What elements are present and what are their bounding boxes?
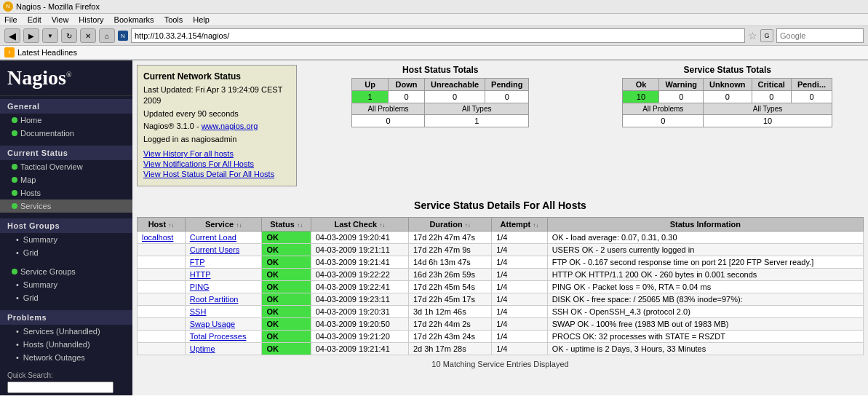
menu-arrow[interactable]: ▼ xyxy=(42,28,58,43)
menu-help[interactable]: Help xyxy=(193,15,210,24)
stop-button[interactable]: ✕ xyxy=(80,28,96,43)
sidebar-item-hosts-unhandled[interactable]: • Hosts (Unhandled) xyxy=(0,338,132,351)
col-info[interactable]: Status Information xyxy=(547,217,863,231)
col-service[interactable]: Service ↑↓ xyxy=(185,217,262,231)
host-col-up[interactable]: Up xyxy=(352,79,389,91)
service-link[interactable]: Root Partition xyxy=(190,295,239,304)
svc-types-val[interactable]: 10 xyxy=(704,115,832,127)
service-link[interactable]: Current Users xyxy=(190,245,239,254)
svc-val-unknown[interactable]: 0 xyxy=(704,91,752,103)
svc-col-pending[interactable]: Pendi... xyxy=(791,79,832,91)
host-all-types[interactable]: All Types xyxy=(425,103,529,115)
back-button[interactable]: ◀ xyxy=(4,28,20,43)
sidebar-problems: Problems • Services (Unhandled) • Hosts … xyxy=(0,307,132,367)
service-link[interactable]: FTP xyxy=(190,258,205,266)
col-attempt[interactable]: Attempt ↑↓ xyxy=(492,217,548,231)
sidebar-item-documentation[interactable]: Documentation xyxy=(0,127,132,140)
host-val-up[interactable]: 1 xyxy=(352,91,389,103)
col-host[interactable]: Host ↑↓ xyxy=(138,217,186,231)
col-last-check[interactable]: Last Check ↑↓ xyxy=(311,217,408,231)
service-link[interactable]: PING xyxy=(190,283,210,291)
sort-service[interactable]: ↑↓ xyxy=(236,222,242,229)
sidebar-item-hostgroups-summary[interactable]: • Summary xyxy=(0,233,132,246)
sidebar-item-hostgroups-grid[interactable]: • Grid xyxy=(0,246,132,259)
nagios-nav-icon: N xyxy=(118,31,128,41)
sidebar-item-network-outages[interactable]: • Network Outages xyxy=(0,351,132,364)
dot-home xyxy=(12,117,17,123)
svc-val-warning[interactable]: 0 xyxy=(659,91,704,103)
svc-col-unknown[interactable]: Unknown xyxy=(704,79,752,91)
cell-duration: 17d 22h 44m 2s xyxy=(408,317,491,330)
home-button[interactable]: ⌂ xyxy=(99,28,115,43)
service-link[interactable]: Swap Usage xyxy=(190,320,235,328)
sort-status[interactable]: ↑↓ xyxy=(297,222,303,229)
menu-history[interactable]: History xyxy=(79,15,103,24)
sidebar-item-hosts[interactable]: Hosts xyxy=(0,186,132,200)
quick-search-input[interactable] xyxy=(7,382,114,393)
svc-col-ok[interactable]: Ok xyxy=(623,79,659,91)
svc-all-types[interactable]: All Types xyxy=(704,103,832,115)
sidebar-item-home[interactable]: Home xyxy=(0,114,132,127)
sidebar-item-map[interactable]: Map xyxy=(0,173,132,186)
nagios-link[interactable]: www.nagios.org xyxy=(202,122,258,130)
sidebar-item-services[interactable]: Services xyxy=(0,200,132,213)
service-link[interactable]: Uptime xyxy=(190,344,215,353)
cell-last-check: 04-03-2009 19:20:50 xyxy=(311,317,408,330)
sort-last-check[interactable]: ↑↓ xyxy=(379,222,385,229)
host-col-down[interactable]: Down xyxy=(389,79,425,91)
menu-file[interactable]: File xyxy=(4,15,17,24)
host-col-pending[interactable]: Pending xyxy=(485,79,529,91)
svc-col-critical[interactable]: Critical xyxy=(752,79,791,91)
cell-status: OK xyxy=(262,330,311,342)
menu-tools[interactable]: Tools xyxy=(164,15,183,24)
service-link[interactable]: HTTP xyxy=(190,270,211,279)
host-col-unreachable[interactable]: Unreachable xyxy=(425,79,485,91)
col-duration[interactable]: Duration ↑↓ xyxy=(408,217,491,231)
forward-button[interactable]: ▶ xyxy=(23,28,39,43)
svc-problems-val[interactable]: 0 xyxy=(623,115,704,127)
search-input[interactable] xyxy=(776,28,864,43)
link-notifications[interactable]: View Notifications For All Hosts xyxy=(143,159,290,168)
menu-bookmarks[interactable]: Bookmarks xyxy=(114,15,154,24)
cell-last-check: 04-03-2009 19:22:22 xyxy=(311,268,408,280)
service-link[interactable]: Total Processes xyxy=(190,332,247,341)
sidebar-item-service-groups[interactable]: Service Groups xyxy=(0,265,132,278)
cell-service: Swap Usage xyxy=(185,317,262,330)
address-bar[interactable] xyxy=(131,28,745,43)
svc-val-pending[interactable]: 0 xyxy=(791,91,832,103)
bookmark-star[interactable]: ☆ xyxy=(748,30,757,42)
cell-attempt: 1/4 xyxy=(492,317,548,330)
svc-val-ok[interactable]: 10 xyxy=(623,91,659,103)
sidebar-item-services-unhandled[interactable]: • Services (Unhandled) xyxy=(0,325,132,338)
link-history[interactable]: View History For all hosts xyxy=(143,149,290,158)
service-link[interactable]: Current Load xyxy=(190,233,236,242)
host-link[interactable]: localhost xyxy=(142,233,173,242)
cell-last-check: 04-03-2009 19:22:41 xyxy=(311,280,408,293)
host-problems-val[interactable]: 0 xyxy=(352,115,425,127)
sort-host[interactable]: ↑↓ xyxy=(168,222,174,229)
sort-attempt[interactable]: ↑↓ xyxy=(533,222,538,229)
sort-duration[interactable]: ↑↓ xyxy=(465,222,471,229)
menu-view[interactable]: View xyxy=(52,15,69,24)
cell-service: Uptime xyxy=(185,342,262,355)
menu-edit[interactable]: Edit xyxy=(28,15,41,24)
sidebar-item-tactical[interactable]: Tactical Overview xyxy=(0,160,132,173)
link-host-status-detail[interactable]: View Host Status Detail For All Hosts xyxy=(143,170,290,178)
host-val-pending[interactable]: 0 xyxy=(485,91,529,103)
col-status[interactable]: Status ↑↓ xyxy=(262,217,311,231)
table-row: SSHOK04-03-2009 19:20:313d 1h 12m 46s1/4… xyxy=(138,305,864,317)
svc-col-warning[interactable]: Warning xyxy=(659,79,704,91)
service-link[interactable]: SSH xyxy=(190,307,207,316)
status-totals-area: Host Status Totals Up Down Unreachable P… xyxy=(304,65,864,127)
host-types-val[interactable]: 1 xyxy=(425,115,529,127)
cell-last-check: 04-03-2009 19:23:11 xyxy=(311,293,408,305)
svc-all-problems[interactable]: All Problems xyxy=(623,103,704,115)
host-all-problems[interactable]: All Problems xyxy=(352,103,425,115)
svc-val-critical[interactable]: 0 xyxy=(752,91,791,103)
news-label[interactable]: Latest Headlines xyxy=(17,48,77,57)
host-val-unreachable[interactable]: 0 xyxy=(425,91,485,103)
sidebar-item-servicegroups-grid[interactable]: • Grid xyxy=(0,291,132,304)
sidebar-item-servicegroups-summary[interactable]: • Summary xyxy=(0,278,132,291)
refresh-button[interactable]: ↻ xyxy=(61,28,77,43)
host-val-down[interactable]: 0 xyxy=(389,91,425,103)
